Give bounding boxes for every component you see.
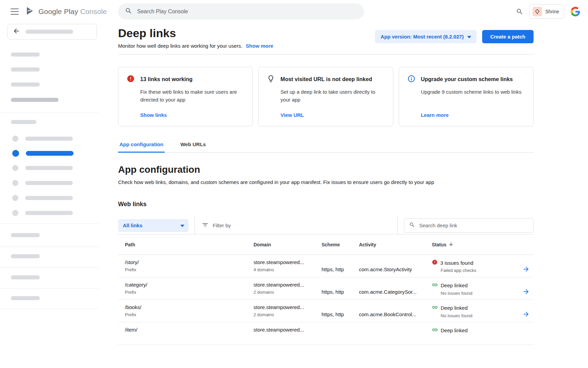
link-icon: [432, 282, 438, 289]
card-body: Set up a deep link to take users directl…: [280, 88, 385, 104]
header-actions: App version: Most recent (8.2.027) Creat…: [375, 30, 534, 43]
deep-link-search[interactable]: [404, 218, 534, 233]
sidebar-divider: [0, 224, 99, 224]
sidebar-item-skeleton: [12, 165, 99, 171]
toolbar-separator: [397, 217, 398, 234]
skeleton-bar: [11, 296, 40, 300]
links-filter-dropdown[interactable]: All links: [118, 219, 189, 232]
chevron-down-icon: [180, 223, 184, 228]
web-links-title: Web links: [118, 201, 534, 208]
column-header-path[interactable]: Path: [125, 242, 254, 247]
card-body: Fix these web links to make sure users a…: [140, 88, 244, 104]
domain-count: 2 domains: [254, 290, 322, 295]
filter-by-button[interactable]: Filter by: [202, 221, 231, 229]
open-row-arrow-icon[interactable]: [519, 288, 534, 296]
info-icon: [407, 75, 415, 84]
status-value: Deep linked: [441, 282, 468, 288]
back-button[interactable]: [7, 24, 97, 40]
show-more-link[interactable]: Show more: [246, 43, 273, 49]
arrow-back-icon: [13, 27, 20, 36]
global-search-input[interactable]: [137, 9, 357, 15]
column-header-scheme[interactable]: Scheme: [322, 242, 359, 247]
show-links-link[interactable]: Show links: [140, 112, 244, 118]
path-type: Prefix: [125, 290, 254, 295]
sidebar-divider: [0, 309, 99, 309]
skeleton-bar: [11, 82, 40, 87]
sidebar: [0, 23, 99, 368]
table-row[interactable]: /category/ Prefix store.steampowered... …: [118, 277, 534, 300]
open-row-arrow-icon[interactable]: [519, 265, 534, 274]
play-console-logo[interactable]: Google Play Console: [25, 6, 107, 17]
tab-bar: App configuration Web URLs: [118, 141, 534, 153]
scheme-value: https, http: [322, 311, 359, 317]
sidebar-divider: [0, 288, 99, 289]
create-patch-button[interactable]: Create a patch: [482, 30, 534, 43]
activity-value: com.acme.StoryActivity: [359, 266, 432, 272]
skeleton-bar: [26, 30, 73, 34]
skeleton-bar: [11, 98, 59, 102]
page-subtitle: Monitor how well deep links are working …: [118, 43, 273, 49]
card-links-not-working: 13 links not working Fix these web links…: [118, 67, 253, 126]
path-type: Prefix: [125, 267, 254, 272]
deep-link-search-input[interactable]: [419, 223, 528, 228]
main-content: Deep links Monitor how well deep links a…: [99, 23, 588, 368]
status-detail: No issues found: [441, 291, 519, 296]
sidebar-divider: [0, 112, 99, 112]
view-url-link[interactable]: View URL: [280, 112, 385, 118]
google-account-avatar[interactable]: [570, 6, 581, 17]
section-title: App configuration: [118, 164, 534, 175]
skeleton-bar: [25, 137, 73, 141]
column-header-status[interactable]: Status: [432, 242, 519, 248]
search-icon-button[interactable]: [516, 8, 523, 15]
web-links-toolbar: All links Filter by: [118, 217, 534, 234]
column-header-activity[interactable]: Activity: [359, 242, 432, 247]
error-icon: [127, 75, 135, 84]
path-value: /books/: [125, 304, 254, 310]
status-value: Deep linked: [441, 327, 468, 333]
open-row-arrow-icon[interactable]: [519, 310, 534, 319]
table-row[interactable]: /item/ store.steampowered... Deep linked: [118, 322, 534, 345]
card-most-visited-url: Most visited URL is not deep linked Set …: [258, 67, 393, 126]
table-row[interactable]: /books/ Prefix store.steampowered... 2 d…: [118, 300, 534, 322]
skeleton-bar: [11, 52, 40, 57]
learn-more-link[interactable]: Learn more: [421, 112, 525, 118]
selected-item-bar: [26, 151, 74, 156]
activity-value: com.acme.BookControl...: [359, 311, 432, 317]
path-value: /category/: [125, 282, 254, 288]
app-switcher-chip[interactable]: Shrine: [529, 4, 564, 19]
status-detail: No issues found: [441, 313, 519, 318]
search-icon: [409, 222, 415, 229]
card-title: Upgrade your custom scheme links: [421, 76, 513, 82]
tab-app-configuration[interactable]: App configuration: [118, 141, 165, 153]
app-version-dropdown[interactable]: App version: Most recent (8.2.027): [375, 30, 476, 43]
skeleton-circle: [12, 180, 18, 186]
sidebar-item-skeleton: [12, 195, 99, 201]
path-value: /item/: [125, 327, 254, 333]
menu-icon[interactable]: [11, 9, 19, 15]
link-icon: [432, 327, 438, 334]
logo-text: Google Play Console: [38, 7, 107, 16]
skeleton-bar: [11, 233, 40, 237]
filter-icon: [202, 221, 209, 229]
lightbulb-icon: [267, 75, 275, 84]
global-search[interactable]: [118, 3, 364, 19]
card-title: 13 links not working: [140, 76, 193, 82]
domain-value: store.steampowered...: [254, 304, 322, 310]
insight-cards: 13 links not working Fix these web links…: [118, 67, 534, 126]
sidebar-item-selected[interactable]: [12, 150, 99, 157]
topbar: Google Play Console Shrine: [0, 0, 588, 23]
skeleton-bar: [11, 120, 36, 124]
table-header: Path Domain Scheme Activity Status: [118, 234, 534, 255]
table-row[interactable]: /story/ Prefix store.steampowered... 4 d…: [118, 255, 534, 277]
section-description: Check how web links, domains, and custom…: [118, 179, 534, 185]
page-title: Deep links: [118, 26, 273, 40]
skeleton-circle: [12, 165, 18, 171]
column-header-domain[interactable]: Domain: [254, 242, 322, 247]
skeleton-bar: [25, 211, 73, 215]
error-icon: [432, 259, 438, 266]
tab-web-urls[interactable]: Web URLs: [179, 141, 207, 153]
skeleton-circle: [12, 195, 18, 201]
skeleton-bar: [11, 275, 40, 279]
status-value: 3 issues found: [440, 260, 473, 266]
sort-descending-icon: [448, 242, 454, 248]
